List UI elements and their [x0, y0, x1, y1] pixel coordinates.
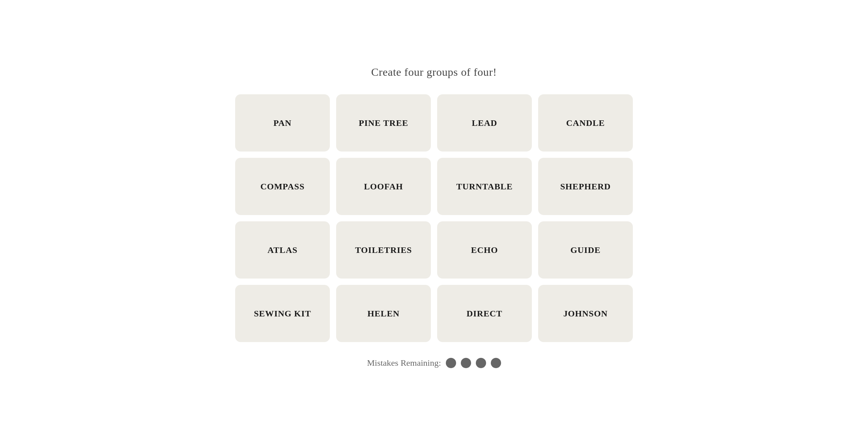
tile-sewing-kit[interactable]: SEWING KIT [235, 285, 330, 342]
tile-helen[interactable]: HELEN [336, 285, 431, 342]
tile-label-johnson: JOHNSON [560, 305, 611, 322]
tile-label-toiletries: TOILETRIES [352, 242, 415, 258]
tile-label-pan: PAN [270, 115, 295, 131]
tile-johnson[interactable]: JOHNSON [538, 285, 633, 342]
mistake-dot-4 [491, 358, 501, 368]
tile-echo[interactable]: ECHO [437, 221, 532, 279]
tile-candle[interactable]: CANDLE [538, 94, 633, 152]
game-grid: PANPINE TREELEADCANDLECOMPASSLOOFAHTURNT… [235, 94, 633, 342]
tile-atlas[interactable]: ATLAS [235, 221, 330, 279]
mistakes-label: Mistakes Remaining: [367, 358, 441, 368]
tile-label-pine-tree: PINE TREE [355, 115, 412, 131]
tile-label-guide: GUIDE [567, 242, 604, 258]
tile-lead[interactable]: LEAD [437, 94, 532, 152]
tile-label-candle: CANDLE [563, 115, 608, 131]
tile-compass[interactable]: COMPASS [235, 158, 330, 215]
tile-guide[interactable]: GUIDE [538, 221, 633, 279]
tile-label-echo: ECHO [468, 242, 501, 258]
tile-loofah[interactable]: LOOFAH [336, 158, 431, 215]
mistakes-row: Mistakes Remaining: [367, 358, 501, 368]
mistake-dot-1 [446, 358, 456, 368]
tile-label-sewing-kit: SEWING KIT [251, 305, 314, 322]
tile-label-atlas: ATLAS [264, 242, 301, 258]
tile-turntable[interactable]: TURNTABLE [437, 158, 532, 215]
tile-toiletries[interactable]: TOILETRIES [336, 221, 431, 279]
tile-label-shepherd: SHEPHERD [557, 178, 614, 195]
tile-direct[interactable]: DIRECT [437, 285, 532, 342]
tile-label-compass: COMPASS [257, 178, 308, 195]
tile-label-lead: LEAD [469, 115, 501, 131]
tile-pan[interactable]: PAN [235, 94, 330, 152]
tile-label-turntable: TURNTABLE [453, 178, 516, 195]
page-subtitle: Create four groups of four! [371, 66, 497, 79]
tile-shepherd[interactable]: SHEPHERD [538, 158, 633, 215]
tile-label-direct: DIRECT [464, 305, 506, 322]
mistake-dot-2 [461, 358, 471, 368]
mistake-dot-3 [476, 358, 486, 368]
tile-label-loofah: LOOFAH [361, 178, 406, 195]
tile-pine-tree[interactable]: PINE TREE [336, 94, 431, 152]
tile-label-helen: HELEN [364, 305, 402, 322]
